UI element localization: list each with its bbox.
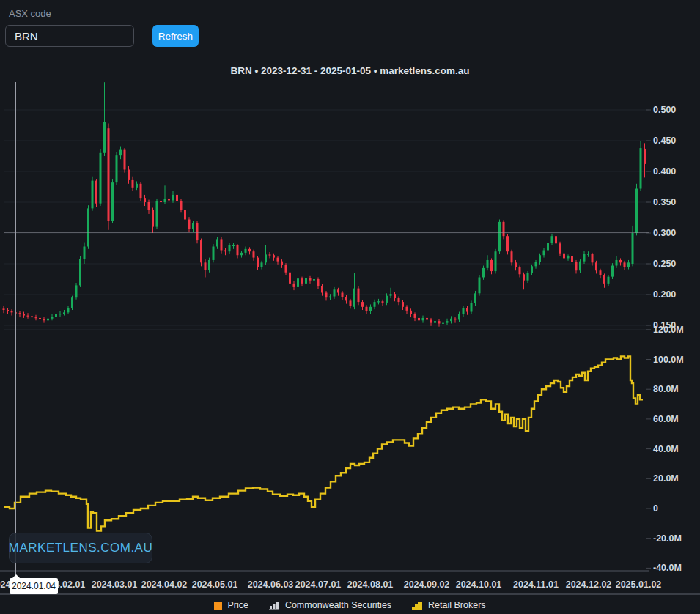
candle-body [27,316,29,317]
candle-body [603,275,605,284]
candle-body [208,260,210,270]
candle-body [51,317,54,319]
candle-body [418,318,420,320]
candle-body [213,246,215,259]
asx-code-label: ASX code [9,8,51,19]
price-axis-label: 0.250 [653,259,697,269]
candle-body [555,236,557,243]
candle-body [458,314,460,320]
candle-body [438,321,441,323]
candle-body [608,277,610,284]
candle-body [176,195,178,201]
volume-axis-label: 40.0M [653,444,697,454]
candle-body [248,249,251,251]
candle-body [446,321,449,323]
watermark-text: MARKETLENS.COM.AU [9,541,152,555]
crosshair-date-tooltip: 2024.01.04 [10,578,58,594]
candle-body [103,122,106,153]
candle-body [587,254,589,255]
volume-axis-label: 20.0M [653,473,697,484]
volume-axis-label: 60.0M [653,414,697,424]
candle-body [71,297,73,308]
candle-body [450,319,452,321]
tooltip-caret-icon [12,574,20,578]
candle-body [23,314,25,316]
candle-body [205,262,207,270]
watermark: MARKETLENS.COM.AU [9,533,152,563]
candle-body [386,296,388,303]
candle-body [172,195,174,201]
candle-body [87,208,89,246]
legend-label: Price [227,600,248,610]
candle-body [519,267,521,274]
candle-body [474,293,476,303]
candle-body [309,278,312,280]
legend-item-price[interactable]: Price [214,600,248,610]
candle-body [551,236,553,243]
candle-body [39,318,41,319]
candle-body [539,255,541,262]
candle-body [11,311,13,313]
candle-body [321,286,323,292]
candle-body [583,254,586,262]
ticker-input[interactable] [5,25,134,47]
candle-body [334,289,336,296]
candle-body [430,319,432,322]
candle-body [289,273,291,284]
candle-body [463,308,465,314]
candle-body [482,268,485,278]
price-axis-label: 0.200 [653,289,697,300]
candle-body [369,307,372,311]
candle-body [216,239,218,246]
candle-body [75,285,78,297]
candle-body [273,255,275,257]
step-line-icon [412,601,423,610]
candle-body [571,256,573,262]
candle-body [398,298,400,302]
gridlines [0,110,651,571]
candle-body [466,308,468,311]
chart-plot-area[interactable] [0,0,700,614]
crosshair-date: 2024.01.04 [12,581,56,591]
legend-item-commonwealth-securities[interactable]: Commonwealth Securities [269,600,391,610]
candle-body [498,222,501,251]
candle-body [196,223,199,241]
candle-body [402,302,404,307]
candle-body [100,153,102,204]
candle-body [350,300,352,306]
candle-body [277,258,279,262]
candle-body [342,292,344,297]
volume-axis-label: 120.0M [653,325,697,335]
legend-divider [0,593,700,595]
candle-body [156,201,158,226]
candle-body [487,260,489,268]
candle-body [410,311,412,314]
candle-body [563,254,565,259]
candle-body [281,262,283,265]
candle-body [108,128,110,221]
refresh-button[interactable]: Refresh [152,25,199,47]
candle-body [547,243,549,250]
candle-body [523,274,525,280]
candle-body [632,233,634,264]
legend-item-retail-brokers[interactable]: Retail Brokers [412,600,486,610]
candle-body [31,316,33,317]
candle-body [128,169,130,179]
candle-body [168,199,170,201]
candle-body [426,318,428,320]
candle-body [119,150,122,156]
candle-body [503,222,505,236]
candle-body [471,303,473,312]
candle-body [353,289,355,307]
candle-body [567,256,570,259]
candle-body [337,289,339,292]
candle-body [265,254,267,262]
candle-body [95,181,97,204]
candle-body [144,198,146,202]
candle-body [132,180,134,188]
candle-body [305,278,307,284]
legend-label: Retail Brokers [428,600,486,610]
candle-body [293,284,295,287]
candle-body [184,210,186,219]
volume-axis-label: 0 [653,503,697,514]
